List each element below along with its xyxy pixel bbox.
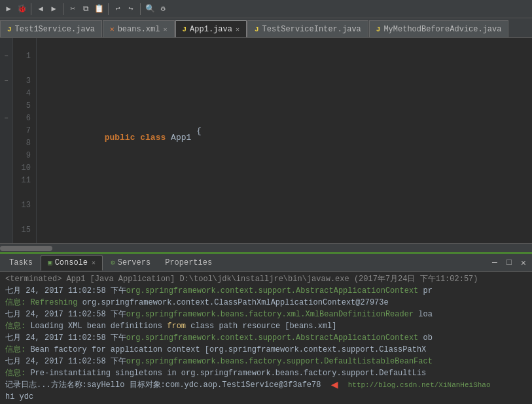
- tab-icon-testserviceinter: J: [255, 25, 259, 33]
- red-arrow-console: ◀: [331, 379, 338, 391]
- tab-app1[interactable]: J App1.java ✕: [175, 20, 247, 37]
- log-line-3: 七月 24, 2017 11:02:58 下午: [5, 310, 126, 319]
- sep3: [108, 3, 109, 15]
- copy-icon[interactable]: ⧉: [80, 3, 92, 15]
- code-line-blank2: [43, 187, 532, 199]
- panel-tab-servers[interactable]: ⚙ Servers: [104, 255, 157, 271]
- log-text-2: org.springframework.context.ClassPathXml…: [82, 298, 389, 307]
- undo-icon[interactable]: ↩: [112, 3, 124, 15]
- console-line-5: 七月 24, 2017 11:02:58 下午org.springframewo…: [5, 332, 527, 344]
- tab-mymethodbefore[interactable]: J MyMethodBeforeAdvice.java: [369, 20, 509, 37]
- gutter-row-15: [0, 224, 12, 237]
- gutter-row-10: [0, 162, 12, 175]
- panel-tab-tasks[interactable]: Tasks: [3, 255, 39, 271]
- gutter-row: [0, 38, 12, 50]
- gutter-row-12: [0, 187, 12, 199]
- maximize-panel-btn[interactable]: □: [503, 257, 515, 269]
- console-line-1: 七月 24, 2017 11:02:58 下午org.springframewo…: [5, 285, 527, 297]
- tab-close-beansxml[interactable]: ✕: [163, 25, 167, 33]
- console-icon: ▣: [48, 258, 52, 267]
- gutter-fold-1[interactable]: −: [0, 50, 12, 63]
- redo-icon[interactable]: ↪: [125, 3, 137, 15]
- console-line-10: hi ydc: [5, 391, 527, 403]
- log-info-6: 信息:: [5, 345, 30, 354]
- console-line-4: 信息: Loading XML bean definitions from cl…: [5, 320, 527, 332]
- log-text-10: hi ydc: [5, 392, 33, 401]
- console-line-7: 七月 24, 2017 11:02:58 下午org.springframewo…: [5, 356, 527, 367]
- tab-label-test1service: Test1Service.java: [15, 25, 95, 34]
- editor-body: − − − 1 3 4: [0, 38, 532, 243]
- sep2: [63, 3, 63, 15]
- log-class-3: org.springframework.beans.factory.xml.Xm…: [126, 310, 414, 319]
- minimize-panel-btn[interactable]: —: [489, 257, 501, 269]
- gutter-row-14: [0, 212, 12, 224]
- bottom-panel: Tasks ▣ Console ✕ ⚙ Servers Properties —…: [0, 252, 532, 404]
- log-text-8: Pre-instantiating singletons in org.spri…: [30, 369, 426, 378]
- tab-label-mymethodbefore: MyMethodBeforeAdvice.java: [383, 25, 501, 34]
- back-icon[interactable]: ◀: [35, 3, 46, 15]
- tab-icon-test1service: J: [7, 25, 12, 33]
- gutter-row-9: [0, 150, 12, 162]
- line-numbers: 1 3 4 5 6 7 8 9 10 11 13 15: [13, 38, 37, 243]
- console-watermark: http://blog.csdn.net/XiNanHeiShao: [348, 381, 491, 389]
- comment-start: /**: [125, 243, 140, 244]
- tab-label-app1: App1.java: [190, 25, 232, 34]
- console-line-9: 记录日志...方法名称:sayHello 目标对象:com.ydc.aop.Te…: [5, 379, 527, 391]
- panel-tab-properties-label: Properties: [165, 258, 212, 267]
- panel-tab-servers-label: Servers: [118, 258, 151, 267]
- tab-close-app1[interactable]: ✕: [236, 25, 239, 33]
- panel-tab-bar: Tasks ▣ Console ✕ ⚙ Servers Properties —…: [0, 254, 532, 272]
- cut-icon[interactable]: ✂: [67, 3, 79, 15]
- log-line-5: 七月 24, 2017 11:02:58 下午: [5, 333, 126, 343]
- panel-tab-console[interactable]: ▣ Console ✕: [41, 255, 103, 271]
- code-line-3: /**: [43, 237, 532, 243]
- panel-tab-close-console[interactable]: ✕: [92, 259, 96, 267]
- console-line-6: 信息: Bean factory for application context…: [5, 344, 527, 356]
- console-line-3: 七月 24, 2017 11:02:58 下午org.springframewo…: [5, 309, 527, 320]
- sep4: [140, 3, 141, 15]
- paste-icon[interactable]: 📋: [93, 3, 105, 15]
- gutter-row-8: [0, 137, 12, 150]
- tab-testserviceinter[interactable]: J TestServiceInter.java: [247, 20, 368, 37]
- log-class-7: org.springframework.beans.factory.suppor…: [126, 357, 433, 366]
- log-info-8: 信息:: [5, 369, 30, 378]
- tab-test1service[interactable]: J Test1Service.java: [0, 20, 102, 37]
- console-line-8: 信息: Pre-instantiating singletons in org.…: [5, 367, 527, 379]
- tab-icon-beansxml: ✕: [110, 25, 115, 33]
- log-text-4: Loading XML bean definitions: [30, 322, 167, 331]
- run-icon[interactable]: ▶: [3, 3, 14, 15]
- class-name: App1: [171, 131, 191, 144]
- forward-icon[interactable]: ▶: [48, 3, 60, 15]
- log-class-5: org.springframework.context.support.Abst…: [126, 333, 418, 343]
- tab-bar: J Test1Service.java ✕ beans.xml ✕ J App1…: [0, 18, 532, 38]
- tab-beansxml[interactable]: ✕ beans.xml ✕: [103, 20, 174, 37]
- log-text-6: Bean factory for application context [or…: [30, 345, 426, 354]
- kw-class: class: [140, 131, 166, 144]
- toolbar: ▶ 🐞 ◀ ▶ ✂ ⧉ 📋 ↩ ↪ 🔍 ⚙: [0, 0, 532, 18]
- search-icon[interactable]: 🔍: [144, 3, 156, 15]
- debug-icon[interactable]: 🐞: [16, 3, 27, 15]
- console-output: <terminated> App1 [Java Application] D:\…: [0, 272, 532, 404]
- log-class-1: org.springframework.context.support.Abst…: [126, 286, 418, 295]
- gutter-fold-3[interactable]: −: [0, 75, 12, 88]
- code-line-blank0: [43, 75, 532, 88]
- tab-label-testserviceinter: TestServiceInter.java: [262, 25, 361, 34]
- code-line-1: public class App1 {: [43, 125, 532, 150]
- log-info-2: 信息: Refreshing: [5, 298, 82, 307]
- code-content[interactable]: public class App1 { /** * @param args */: [37, 38, 532, 243]
- horizontal-scrollbar[interactable]: [0, 243, 532, 252]
- settings-icon[interactable]: ⚙: [157, 3, 169, 15]
- gutter-fold-6[interactable]: −: [0, 112, 12, 125]
- sep1: [31, 3, 31, 15]
- close-panel-btn[interactable]: ✕: [518, 257, 529, 269]
- log-text-4b: class path resource [beans.xml]: [186, 322, 336, 331]
- console-line-2: 信息: Refreshing org.springframework.conte…: [5, 297, 527, 309]
- panel-tab-properties[interactable]: Properties: [158, 255, 219, 271]
- log-from: from: [167, 322, 186, 331]
- gutter-row-4: [0, 88, 12, 100]
- console-terminated-line: <terminated> App1 [Java Application] D:\…: [5, 273, 527, 285]
- log-text-9: 记录日志...方法名称:sayHello 目标对象:com.ydc.aop.Te…: [5, 380, 321, 390]
- log-line-1: 七月 24, 2017 11:02:58 下午: [5, 286, 126, 295]
- log-text-1: pr: [418, 286, 433, 295]
- log-line-7: 七月 24, 2017 11:02:58 下午: [5, 357, 126, 366]
